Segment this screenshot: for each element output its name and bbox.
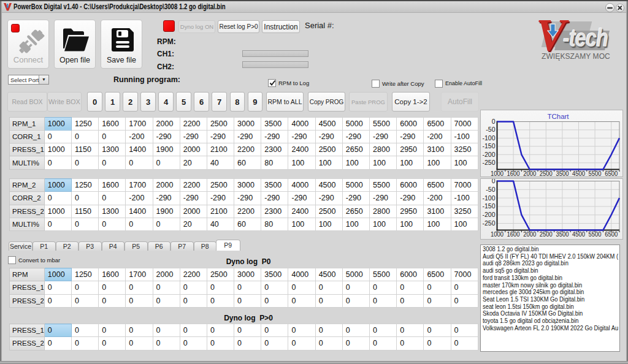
svg-text:1600: 1600 xyxy=(507,170,520,176)
svg-text:1000: 1000 xyxy=(491,170,504,176)
svg-text:TChart: TChart xyxy=(547,113,569,120)
svg-text:4500: 4500 xyxy=(572,230,585,238)
svg-text:4500: 4500 xyxy=(572,170,585,176)
svg-text:-50: -50 xyxy=(486,126,495,133)
svg-text:6500: 6500 xyxy=(605,230,618,238)
svg-text:3500: 3500 xyxy=(556,170,569,176)
svg-text:0: 0 xyxy=(492,118,496,125)
svg-text:-100: -100 xyxy=(482,194,495,202)
svg-text:2500: 2500 xyxy=(540,230,553,238)
svg-text:-150: -150 xyxy=(482,202,495,210)
svg-text:2500: 2500 xyxy=(540,170,553,176)
svg-text:1000: 1000 xyxy=(491,230,504,238)
svg-text:-100: -100 xyxy=(482,134,495,142)
svg-text:-250: -250 xyxy=(482,159,495,166)
svg-text:2000: 2000 xyxy=(523,230,536,238)
svg-text:-50: -50 xyxy=(486,186,495,193)
svg-text:5500: 5500 xyxy=(589,170,602,176)
svg-text:0: 0 xyxy=(492,179,496,184)
svg-text:-150: -150 xyxy=(482,142,495,150)
svg-text:2000: 2000 xyxy=(523,170,536,176)
svg-text:6500: 6500 xyxy=(605,170,618,176)
svg-text:5500: 5500 xyxy=(589,230,602,238)
svg-text:-250: -250 xyxy=(482,219,495,227)
svg-text:-200: -200 xyxy=(482,151,495,158)
svg-text:3500: 3500 xyxy=(556,230,569,238)
svg-text:-200: -200 xyxy=(482,211,495,218)
svg-text:1600: 1600 xyxy=(507,230,520,238)
